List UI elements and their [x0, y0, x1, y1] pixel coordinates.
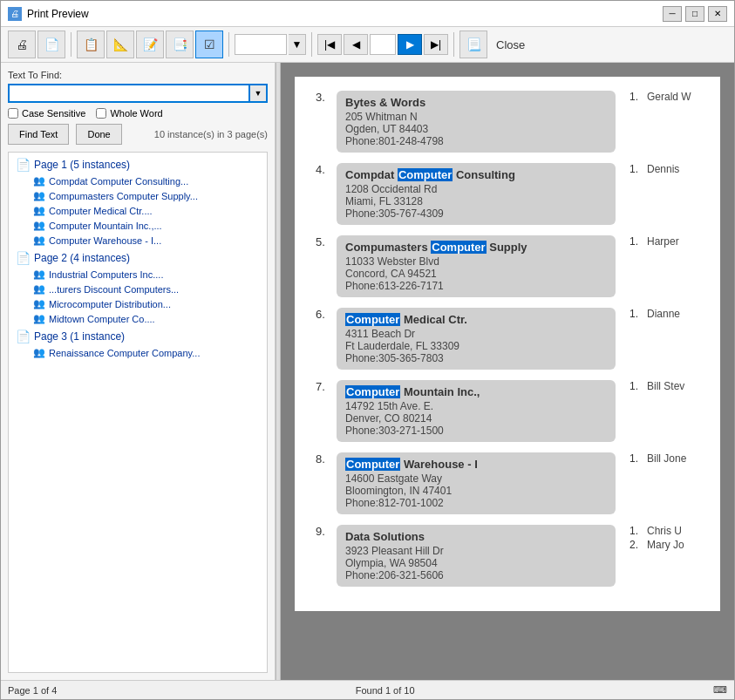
table-row: 9.Data Solutions3923 Pleasant Hill DrOly…	[316, 525, 699, 587]
found-info: Found 1 of 10	[356, 685, 415, 696]
tree-page-label: Page 1 (5 instances)	[34, 159, 130, 171]
maximize-button[interactable]: □	[685, 6, 704, 22]
contact-entry: 1.Gerald W	[630, 91, 699, 103]
find-panel: Text To Find: Computer ▼ Case Sensitive …	[1, 63, 276, 680]
record-number: 6.	[316, 308, 337, 321]
record-address: 205 Whitman NOgden, UT 84403Phone:801-24…	[345, 111, 607, 147]
page-icon: 📄	[16, 158, 31, 172]
record-address: 3923 Pleasant Hill DrOlympia, WA 98504Ph…	[345, 545, 607, 581]
margins-button[interactable]: 📐	[106, 31, 134, 58]
separator-2	[228, 32, 229, 57]
record-contacts: 1.Gerald W	[630, 91, 699, 103]
tree-item[interactable]: 👥Industrial Computers Inc....	[30, 267, 263, 282]
find-dropdown-arrow[interactable]: ▼	[250, 84, 268, 103]
preview-panel[interactable]: 3.Bytes & Words205 Whitman NOgden, UT 84…	[281, 63, 734, 680]
table-row: 4.Compdat Computer Consulting1208 Occide…	[316, 163, 699, 225]
tree-item[interactable]: 👥Compumasters Computer Supply...	[30, 188, 263, 203]
case-sensitive-checkbox[interactable]: Case Sensitive	[8, 108, 85, 119]
contact-name: Chris U	[647, 525, 682, 537]
record-icon: 👥	[33, 175, 45, 187]
tree-page-header-3[interactable]: 📄Page 3 (1 instance)	[12, 328, 263, 345]
close-text-button[interactable]: Close	[489, 35, 532, 55]
find-input[interactable]: Computer	[8, 84, 250, 103]
checkbox-row: Case Sensitive Whole Word	[8, 108, 268, 119]
window-title: Print Preview	[27, 8, 89, 20]
tree-item[interactable]: 👥...turers Discount Computers...	[30, 282, 263, 296]
contact-name: Bill Stev	[647, 380, 684, 392]
record-address: 14600 Eastgate WayBloomington, IN 47401P…	[345, 472, 607, 509]
highlighted-text: Computer	[345, 458, 400, 471]
contact-entry: 1.Dianne	[630, 308, 699, 320]
done-button[interactable]: Done	[76, 124, 121, 145]
contact-number: 1.	[630, 452, 643, 465]
contact-name: Gerald W	[647, 91, 691, 103]
prev-page-button[interactable]: ◀	[344, 34, 368, 55]
tree-item-label: Compumasters Computer Supply...	[49, 191, 198, 201]
tree-item[interactable]: 👥Computer Mountain Inc.,...	[30, 218, 263, 233]
last-page-button[interactable]: ▶|	[424, 34, 448, 55]
record-contacts: 1.Chris U2.Mary Jo	[630, 525, 699, 551]
record-name: Data Solutions	[345, 530, 607, 543]
record-body: Computer Warehouse - I14600 Eastgate Way…	[337, 452, 616, 514]
table-row: 7.Computer Mountain Inc.,14792 15th Ave.…	[316, 380, 699, 442]
keyboard-icon: ⌨	[713, 684, 727, 696]
record-body: Bytes & Words205 Whitman NOgden, UT 8440…	[337, 91, 616, 153]
highlighted-text: Computer	[345, 313, 400, 326]
whole-word-label: Whole Word	[110, 108, 162, 119]
whole-word-checkbox[interactable]: Whole Word	[96, 108, 162, 119]
contact-entry: 2.Mary Jo	[630, 539, 699, 551]
tree-page-header-1[interactable]: 📄Page 1 (5 instances)	[12, 156, 263, 173]
next-page-button[interactable]: ▶	[398, 34, 422, 55]
record-contacts: 1.Bill Stev	[630, 380, 699, 392]
minimize-button[interactable]: ─	[663, 6, 682, 22]
table-row: 6.Computer Medical Ctr.4311 Beach DrFt L…	[316, 308, 699, 370]
tree-item[interactable]: 👥Computer Warehouse - I...	[30, 233, 263, 248]
toggle-button[interactable]: ☑	[195, 31, 223, 58]
page-setup-button[interactable]: 📋	[77, 31, 105, 58]
tree-item[interactable]: 👥Renaissance Computer Company...	[30, 345, 263, 360]
contact-entry: 1.Harper	[630, 235, 699, 248]
record-icon: 👥	[33, 298, 45, 309]
tree-container[interactable]: 📄Page 1 (5 instances)👥Compdat Computer C…	[8, 152, 268, 673]
zoom-input[interactable]: 100%	[235, 34, 287, 55]
headers-button[interactable]: 📝	[136, 31, 164, 58]
contact-number: 1.	[630, 380, 643, 392]
record-number: 8.	[316, 452, 337, 466]
case-sensitive-input[interactable]	[8, 108, 18, 119]
tree-item[interactable]: 👥Midtown Computer Co....	[30, 311, 263, 326]
toolbar: 🖨 📄 📋 📐 📝 📑 ☑ 100% ▼ |◀ ◀ 1 ▶ ▶| 📃 Close	[1, 27, 734, 63]
tree-item[interactable]: 👥Microcomputer Distribution...	[30, 296, 263, 311]
tree-item[interactable]: 👥Compdat Computer Consulting...	[30, 173, 263, 188]
page-content: 3.Bytes & Words205 Whitman NOgden, UT 84…	[295, 77, 720, 611]
find-label: Text To Find:	[8, 70, 268, 80]
first-page-button[interactable]: |◀	[317, 34, 342, 55]
record-contacts: 1.Dennis	[630, 163, 699, 175]
find-text-button[interactable]: Find Text	[8, 124, 69, 145]
close-button[interactable]: ✕	[708, 6, 727, 22]
print-options-button[interactable]: 📄	[37, 31, 65, 58]
record-number: 4.	[316, 163, 337, 176]
separator-4	[453, 32, 454, 57]
record-number: 7.	[316, 380, 337, 393]
tree-page-header-2[interactable]: 📄Page 2 (4 instances)	[12, 249, 263, 267]
layout-button[interactable]: 📑	[166, 31, 194, 58]
tree-item[interactable]: 👥Computer Medical Ctr....	[30, 203, 263, 218]
main-content: Text To Find: Computer ▼ Case Sensitive …	[1, 63, 734, 680]
contact-name: Mary Jo	[647, 539, 684, 551]
record-number: 9.	[316, 525, 337, 538]
print-preview-button[interactable]: 📃	[459, 31, 487, 58]
record-body: Computer Medical Ctr.4311 Beach DrFt Lau…	[337, 308, 616, 370]
tree-page-label: Page 2 (4 instances)	[34, 252, 130, 264]
whole-word-input[interactable]	[96, 108, 106, 119]
print-button[interactable]: 🖨	[8, 31, 36, 58]
window-controls: ─ □ ✕	[663, 6, 727, 22]
tree-item-label: Microcomputer Distribution...	[49, 299, 171, 309]
record-icon: 👥	[33, 190, 45, 201]
page-icon: 📄	[16, 330, 31, 343]
page-number-input[interactable]: 1	[370, 34, 396, 55]
separator-1	[71, 32, 71, 57]
zoom-dropdown[interactable]: ▼	[289, 34, 306, 55]
record-address: 11033 Webster BlvdConcord, CA 94521Phone…	[345, 255, 607, 292]
record-name: Bytes & Words	[345, 96, 607, 109]
tree-item-label: Midtown Computer Co....	[49, 314, 155, 324]
